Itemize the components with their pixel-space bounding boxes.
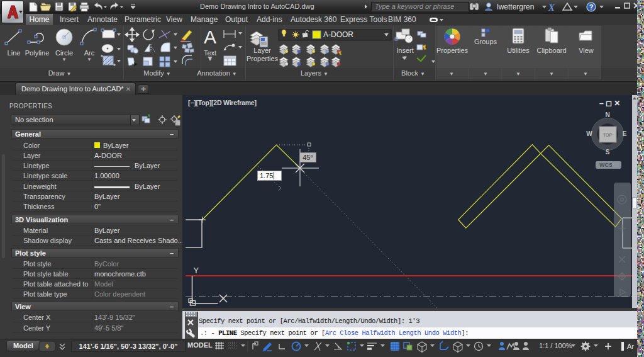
svg-text:Y: Y: [194, 266, 199, 275]
svg-text:?: ?: [589, 3, 594, 11]
svg-text:WCS: WCS: [599, 162, 613, 168]
svg-text:[−][Top][2D Wireframe]: [−][Top][2D Wireframe]: [188, 99, 257, 106]
svg-text:E: E: [623, 130, 627, 137]
svg-text:A-DOOR: A-DOOR: [323, 30, 353, 39]
svg-text:A: A: [204, 26, 216, 47]
svg-text:Ar: Ar: [627, 343, 634, 350]
svg-text:S: S: [606, 149, 610, 156]
svg-text:lwettergren: lwettergren: [497, 3, 534, 11]
svg-text:TOP: TOP: [603, 133, 613, 137]
svg-text:W: W: [586, 130, 592, 137]
svg-text:X: X: [548, 3, 555, 13]
svg-text:N: N: [605, 111, 609, 118]
svg-text:– ◻ ✕: – ◻ ✕: [599, 99, 620, 108]
